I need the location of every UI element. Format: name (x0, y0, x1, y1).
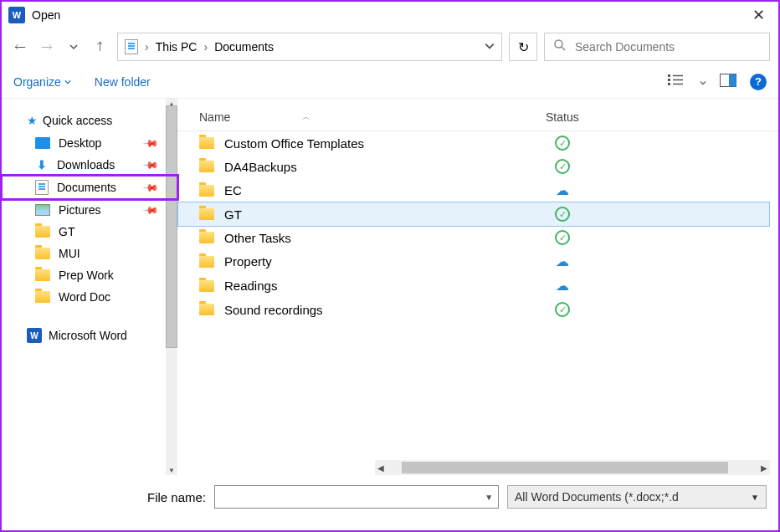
sidebar-item-pictures[interactable]: Pictures📌 (2, 199, 177, 221)
close-icon[interactable]: ✕ (746, 4, 772, 26)
sidebar-item-downloads[interactable]: ⬇Downloads📌 (2, 154, 177, 176)
refresh-button[interactable]: ↻ (509, 33, 537, 61)
file-row[interactable]: Property☁ (177, 249, 778, 274)
file-name: DA4Backups (224, 160, 297, 174)
filetype-dropdown-icon[interactable]: ▼ (751, 493, 759, 502)
pin-icon: 📌 (142, 135, 160, 152)
file-name: Property (224, 254, 272, 269)
address-dropdown-icon[interactable] (485, 40, 495, 54)
status-synced-icon: ✓ (555, 207, 570, 222)
sort-asc-icon: ︿ (302, 111, 310, 123)
col-status-header[interactable]: Status (546, 110, 579, 124)
filename-label: File name: (147, 490, 206, 504)
address-bar[interactable]: › This PC › Documents (117, 33, 502, 61)
svg-line-1 (562, 47, 565, 50)
folder-icon (199, 185, 214, 197)
sidebar-item-label: Desktop (59, 136, 101, 150)
filename-dropdown-icon[interactable]: ▼ (485, 493, 493, 502)
status-synced-icon: ✓ (555, 159, 570, 174)
file-pane: Name︿ Status Custom Office Templates✓DA4… (177, 99, 778, 475)
search-box[interactable] (544, 33, 770, 61)
sidebar-item-label: Word Doc (59, 290, 110, 304)
organize-menu[interactable]: Organize (13, 75, 71, 89)
forward-button[interactable]: 🡒 (37, 37, 57, 57)
hscroll-thumb[interactable] (402, 462, 728, 473)
sidebar-item-label: Downloads (57, 158, 115, 171)
status-cloud-icon: ☁ (556, 278, 569, 294)
status-cloud-icon: ☁ (556, 182, 569, 198)
pin-icon: 📌 (142, 156, 160, 174)
file-row[interactable]: Custom Office Templates✓ (177, 131, 778, 155)
svg-point-0 (555, 40, 562, 48)
sidebar-item-documents[interactable]: Documents📌 (2, 176, 177, 199)
titlebar: W Open ✕ (2, 2, 778, 28)
folder-icon (199, 256, 214, 268)
preview-pane-icon[interactable] (720, 74, 736, 90)
sidebar-item-mui[interactable]: MUI (2, 243, 177, 264)
folder-icon (199, 137, 214, 149)
chevron-right-icon: › (145, 40, 149, 54)
filetype-select[interactable]: All Word Documents (*.docx;*.d▼ (507, 485, 767, 509)
file-row[interactable]: Other Tasks✓ (177, 226, 778, 249)
status-synced-icon: ✓ (555, 302, 570, 317)
view-details-icon[interactable] (668, 74, 686, 90)
file-row[interactable]: Readings☁ (177, 274, 778, 298)
word-app-icon: W (8, 7, 25, 23)
breadcrumb-root[interactable]: This PC (156, 40, 198, 54)
folder-icon (199, 304, 214, 315)
folder-icon (35, 226, 50, 238)
status-synced-icon: ✓ (555, 230, 570, 245)
file-row[interactable]: DA4Backups✓ (177, 155, 778, 178)
back-button[interactable]: 🡐 (10, 37, 30, 57)
file-row[interactable]: GT✓ (177, 202, 770, 227)
sidebar-item-desktop[interactable]: Desktop📌 (2, 132, 177, 154)
breadcrumb-current[interactable]: Documents (214, 40, 274, 54)
horizontal-scrollbar[interactable]: ◀ ▶ (375, 460, 770, 475)
history-dropdown[interactable] (64, 37, 84, 57)
up-button[interactable]: 🡑 (90, 37, 110, 57)
filename-input[interactable]: ▼ (214, 485, 499, 509)
toolbar: Organize New folder ? (2, 65, 778, 99)
sidebar-item-label: Prep Work (59, 269, 114, 282)
help-icon[interactable]: ? (750, 74, 767, 90)
folder-icon (35, 291, 50, 303)
svg-rect-4 (668, 83, 670, 85)
scroll-right-icon[interactable]: ▶ (758, 463, 770, 473)
sidebar-item-gt[interactable]: GT (2, 221, 177, 243)
sidebar-msword[interactable]: W Microsoft Word (2, 323, 177, 348)
file-row[interactable]: Sound recordings✓ (177, 298, 778, 321)
nav-row: 🡐 🡒 🡑 › This PC › Documents ↻ (2, 28, 778, 65)
col-name-header[interactable]: Name︿ (199, 110, 546, 124)
quick-access-header[interactable]: ★ Quick access (2, 109, 177, 132)
pictures-icon (35, 204, 50, 216)
file-name: Readings (224, 279, 277, 293)
file-name: Custom Office Templates (224, 136, 364, 151)
status-cloud-icon: ☁ (556, 253, 569, 269)
sidebar-item-label: Pictures (59, 203, 101, 217)
new-folder-button[interactable]: New folder (95, 75, 151, 89)
sidebar-item-prep-work[interactable]: Prep Work (2, 264, 177, 286)
folder-icon (35, 269, 50, 281)
sidebar-item-label: GT (59, 225, 74, 238)
download-icon: ⬇ (35, 158, 49, 171)
status-synced-icon: ✓ (555, 136, 570, 151)
sidebar-msword-label: Microsoft Word (49, 329, 127, 342)
scroll-left-icon[interactable]: ◀ (375, 463, 387, 473)
window-title: Open (32, 8, 746, 22)
view-dropdown-icon[interactable] (700, 74, 706, 90)
file-row[interactable]: EC☁ (177, 178, 778, 202)
main-area: ▲ ▼ ★ Quick access Desktop📌⬇Downloads📌Do… (2, 99, 778, 475)
file-name: Other Tasks (224, 231, 291, 245)
file-name: EC (224, 183, 242, 197)
sidebar: ▲ ▼ ★ Quick access Desktop📌⬇Downloads📌Do… (2, 99, 177, 475)
chevron-right-icon: › (203, 40, 208, 54)
bottom-bar: File name: ▼ All Word Documents (*.docx;… (2, 475, 778, 509)
scroll-down-icon[interactable]: ▼ (166, 465, 177, 475)
sidebar-item-label: MUI (59, 247, 80, 260)
search-input[interactable] (575, 40, 761, 54)
folder-icon (199, 208, 214, 220)
svg-rect-9 (729, 74, 736, 86)
word-icon: W (27, 328, 42, 343)
pin-icon: 📌 (142, 179, 160, 197)
sidebar-item-word-doc[interactable]: Word Doc (2, 286, 177, 308)
